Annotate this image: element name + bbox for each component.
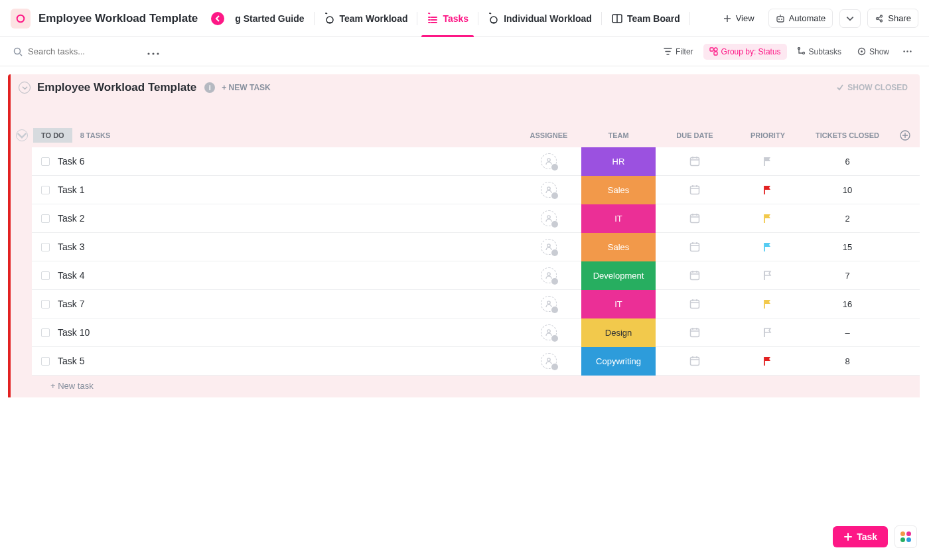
team-badge: Copywriting (581, 347, 656, 376)
apps-fab[interactable] (894, 525, 917, 548)
col-due[interactable]: DUE DATE (658, 131, 731, 139)
tickets-cell[interactable]: 15 (804, 242, 891, 252)
assignee-cell[interactable] (519, 324, 579, 340)
team-cell[interactable]: Development (579, 261, 658, 290)
task-checkbox[interactable] (41, 157, 50, 166)
group-collapse-button[interactable] (16, 129, 28, 141)
team-cell[interactable]: HR (579, 147, 658, 176)
tab-team-workload[interactable]: Team Workload (315, 0, 417, 37)
tickets-cell[interactable]: – (804, 328, 891, 338)
settings-button[interactable] (899, 44, 916, 59)
team-cell[interactable]: IT (579, 290, 658, 318)
task-checkbox[interactable] (41, 243, 50, 251)
tab-individual-workload[interactable]: Individual Workload (478, 0, 601, 37)
show-closed-button[interactable]: SHOW CLOSED (836, 83, 908, 92)
add-column-button[interactable] (891, 130, 920, 141)
team-cell[interactable]: Sales (579, 176, 658, 204)
due-date-cell[interactable] (658, 326, 731, 338)
collapse-button[interactable] (19, 82, 31, 94)
filter-button[interactable]: Filter (658, 44, 699, 60)
nav-back-button[interactable] (211, 12, 224, 25)
col-tickets[interactable]: TICKETS CLOSED (804, 131, 891, 139)
tickets-cell[interactable]: 8 (804, 356, 891, 366)
svg-point-6 (781, 19, 782, 20)
assignee-cell[interactable] (519, 210, 579, 226)
calendar-icon (689, 326, 701, 338)
table-row[interactable]: Task 5 Copywriting 8 (32, 347, 920, 376)
team-cell[interactable]: Copywriting (579, 347, 658, 376)
assignee-cell[interactable] (519, 153, 579, 169)
table-row[interactable]: Task 10 Design – (32, 318, 920, 347)
table-row[interactable]: Task 1 Sales 10 (32, 176, 920, 204)
priority-cell[interactable] (731, 327, 804, 338)
team-cell[interactable]: IT (579, 204, 658, 233)
btn-label: Automate (789, 13, 826, 23)
new-task-button[interactable]: + NEW TASK (222, 83, 270, 92)
priority-cell[interactable] (731, 270, 804, 281)
task-name-cell: Task 4 (32, 270, 519, 281)
team-cell[interactable]: Sales (579, 233, 658, 261)
table-row[interactable]: Task 3 Sales 15 (32, 233, 920, 261)
tab-team-board[interactable]: Team Board (602, 0, 689, 37)
flag-icon (762, 270, 773, 281)
task-checkbox[interactable] (41, 357, 50, 366)
assignee-cell[interactable] (519, 296, 579, 312)
subtasks-button[interactable]: Subtasks (791, 44, 847, 60)
col-assignee[interactable]: ASSIGNEE (519, 131, 579, 139)
due-date-cell[interactable] (658, 212, 731, 224)
automate-button[interactable]: Automate (768, 9, 833, 28)
new-task-fab[interactable]: Task (833, 526, 888, 547)
tab-getting-started[interactable]: g Started Guide (235, 0, 313, 37)
col-priority[interactable]: PRIORITY (731, 131, 804, 139)
search-input[interactable] (28, 46, 134, 56)
check-icon (836, 84, 844, 92)
new-task-row[interactable]: + New task (32, 376, 920, 397)
priority-cell[interactable] (731, 242, 804, 252)
task-checkbox[interactable] (41, 214, 50, 223)
due-date-cell[interactable] (658, 184, 731, 196)
info-icon[interactable]: i (204, 82, 215, 93)
priority-cell[interactable] (731, 213, 804, 224)
assignee-cell[interactable] (519, 239, 579, 255)
panel-header: Employee Workload Template i + NEW TASK … (11, 74, 920, 100)
col-team[interactable]: TEAM (579, 131, 658, 139)
automate-dropdown[interactable] (839, 9, 861, 28)
task-checkbox[interactable] (41, 271, 50, 280)
assignee-cell[interactable] (519, 182, 579, 198)
due-date-cell[interactable] (658, 269, 731, 281)
more-button[interactable] (147, 46, 159, 58)
task-count: 8 TASKS (80, 131, 111, 139)
tickets-cell[interactable]: 2 (804, 214, 891, 224)
priority-cell[interactable] (731, 356, 804, 366)
task-checkbox[interactable] (41, 300, 50, 309)
tickets-cell[interactable]: 7 (804, 271, 891, 281)
view-button[interactable]: View (715, 9, 762, 28)
tickets-cell[interactable]: 10 (804, 185, 891, 195)
table-row[interactable]: Task 4 Development 7 (32, 261, 920, 290)
svg-point-35 (547, 301, 550, 304)
table-row[interactable]: Task 2 IT 2 (32, 204, 920, 233)
table-row[interactable]: Task 7 IT 16 (32, 290, 920, 318)
priority-cell[interactable] (731, 299, 804, 309)
due-date-cell[interactable] (658, 241, 731, 253)
tickets-cell[interactable]: 16 (804, 299, 891, 309)
task-checkbox[interactable] (41, 328, 50, 337)
status-pill[interactable]: TO DO (33, 128, 72, 143)
assignee-cell[interactable] (519, 267, 579, 283)
show-button[interactable]: Show (851, 44, 895, 60)
group-by-button[interactable]: Group by: Status (703, 44, 787, 60)
due-date-cell[interactable] (658, 298, 731, 310)
assignee-cell[interactable] (519, 353, 579, 369)
table-row[interactable]: Task 6 HR 6 (32, 147, 920, 176)
team-cell[interactable]: Design (579, 318, 658, 347)
share-button[interactable]: Share (867, 9, 918, 28)
priority-cell[interactable] (731, 184, 804, 195)
tickets-cell[interactable]: 6 (804, 157, 891, 167)
board-icon (611, 13, 623, 25)
tab-tasks[interactable]: Tasks (417, 0, 478, 37)
due-date-cell[interactable] (658, 155, 731, 167)
priority-cell[interactable] (731, 156, 804, 167)
task-name: Task 7 (58, 299, 84, 309)
due-date-cell[interactable] (658, 355, 731, 367)
task-checkbox[interactable] (41, 186, 50, 194)
